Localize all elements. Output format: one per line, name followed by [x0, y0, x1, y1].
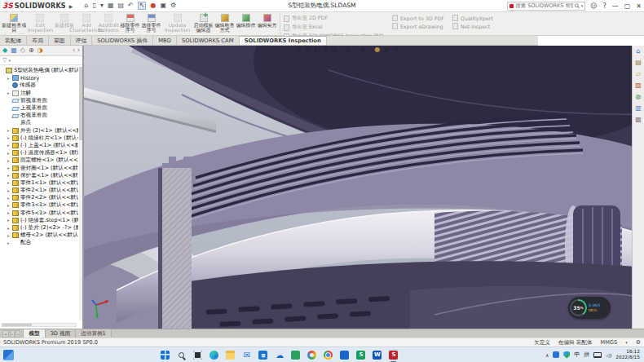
chrome-icon[interactable] — [323, 349, 333, 361]
browser-ring-app-icon[interactable] — [307, 349, 317, 361]
design-library-icon[interactable]: ▤ — [635, 60, 642, 66]
tray-app-icon[interactable] — [553, 351, 559, 358]
tree-item[interactable]: ▸ 外壳 (2)<1> (默认<<默认>_显示状 — [0, 127, 78, 135]
export-item[interactable]: 导出至 Excel — [284, 24, 384, 31]
export-item[interactable]: QualityXpert — [452, 15, 493, 21]
export-item[interactable]: 导出至 2D PDF — [284, 15, 384, 22]
apply-scene-icon[interactable]: ▣ — [383, 46, 390, 53]
print-icon[interactable]: ▤ — [117, 2, 124, 9]
tree-vertical-scrollbar[interactable] — [79, 67, 82, 320]
ribbon-button[interactable]: 编辑检查方式 — [214, 13, 235, 35]
help-button[interactable]: ? — [602, 2, 606, 10]
ribbon-button[interactable]: Add Characteristic — [76, 13, 98, 35]
ribbon-button[interactable]: 编辑操作 — [236, 13, 256, 35]
configurationmanager-tab-icon[interactable]: ◇ — [20, 47, 25, 54]
onedrive-icon[interactable]: ☁ — [274, 349, 285, 361]
dimxpertmanager-tab-icon[interactable]: ⊕ — [29, 47, 34, 54]
status-options-icon[interactable]: ⚙ — [636, 339, 641, 346]
command-tab[interactable]: SOLIDWORKS Inspection — [240, 36, 327, 45]
tree-item[interactable]: 传感器 — [0, 82, 78, 89]
ime-mode-indicator[interactable]: 拼 — [584, 351, 589, 359]
model-3d-section-view[interactable] — [84, 46, 644, 329]
ribbon-button[interactable]: Update Inspection Project — [162, 13, 192, 35]
volume-icon[interactable]: ◁) — [606, 352, 611, 358]
tree-item[interactable]: ▸ History — [0, 74, 78, 82]
save-icon[interactable]: ▦ — [108, 2, 114, 9]
forum-icon[interactable]: ▩ — [635, 117, 642, 123]
solidworks-resources-icon[interactable]: ⌂ — [636, 48, 640, 55]
tree-item[interactable]: ▸ 零件1<1> (默认<<默认>_显示状态 — [0, 179, 78, 187]
tree-item[interactable]: 上视基准面 — [0, 104, 78, 112]
tree-item[interactable]: ▸ (-) 垫片 (2)<2> -?> (默认<<默认> — [0, 224, 78, 232]
task-view-icon[interactable] — [192, 349, 203, 361]
tree-item[interactable]: S型铠装热电偶 (默认<默认_显示状态-1 — [0, 67, 78, 74]
view-orientation-icon[interactable]: ▦ — [331, 46, 337, 53]
export-item[interactable]: Export eDrawing — [392, 23, 444, 29]
green-app-icon[interactable] — [290, 349, 301, 361]
view-palette-icon[interactable]: ▨ — [635, 82, 642, 89]
custom-properties-icon[interactable]: ▥ — [635, 105, 642, 112]
minimize-button[interactable]: — — [612, 2, 619, 10]
select-icon[interactable]: ↖ — [138, 2, 147, 10]
tree-item[interactable]: 前视基准面 — [0, 97, 78, 104]
tree-item[interactable]: 原点 — [0, 119, 78, 126]
command-tab[interactable]: 评估 — [71, 36, 93, 45]
tree-item[interactable]: ▸ 零件5<1> (默认<<默认>_显示状态 — [0, 210, 78, 217]
displaymanager-tab-icon[interactable]: ◑ — [37, 47, 43, 54]
filter-funnel-icon[interactable]: ▽ — [2, 57, 7, 64]
solidworks-taskbar-icon[interactable]: S — [388, 349, 399, 361]
propertymanager-tab-icon[interactable]: ▦ — [11, 47, 17, 54]
search-input[interactable] — [515, 2, 573, 9]
hide-show-items-icon[interactable]: ◉ — [360, 46, 366, 53]
restore-button[interactable]: ▢ — [624, 2, 631, 10]
search-icon[interactable] — [176, 349, 187, 361]
view-tab[interactable]: 模型 — [24, 329, 45, 338]
blue-app-icon[interactable] — [339, 349, 350, 361]
search-icon[interactable]: ⚲ — [572, 2, 581, 11]
tab-scroll-left-icon[interactable]: « — [2, 330, 9, 338]
sign-in-icon[interactable]: ☺ — [590, 2, 597, 10]
tree-item[interactable]: ▸ 密封圈<1> (默认<<默认>_显示状 — [0, 164, 78, 171]
tree-item[interactable]: ▸ (-) 温度传感器<1> (默认<<默认>_ — [0, 149, 78, 157]
word-app-icon[interactable]: W — [372, 349, 382, 361]
performance-overlay-widget[interactable]: 35% 0.3K/S 0K/S — [568, 297, 611, 319]
options-icon[interactable]: ⚙ — [170, 2, 176, 9]
filter-caret-icon[interactable]: ▾ — [8, 58, 11, 63]
annotation-view-icon[interactable]: ◈ — [323, 46, 328, 53]
command-tab[interactable]: 布局 — [27, 36, 49, 45]
appearances-scenes-icon[interactable]: ◍ — [636, 94, 642, 100]
command-tab[interactable]: 草图 — [49, 36, 71, 45]
view-settings-icon[interactable]: ⚙ — [393, 46, 399, 53]
tree-item[interactable]: ▸ 零件3<1> (默认<<默认>_显示状态 — [0, 201, 78, 209]
ribbon-button[interactable]: 移除零件序号 — [120, 13, 140, 35]
tree-item[interactable]: ▸ 零件2<1> (默认<<默认>_显示状态 — [0, 187, 78, 194]
tree-item[interactable]: ▸ 螺母<2> (默认<<默认>_显示状态 — [0, 232, 78, 239]
start-icon[interactable] — [160, 349, 170, 361]
view-tab[interactable]: 运动算例1 — [76, 329, 112, 338]
tab-scroll-next-icon[interactable]: › — [15, 330, 20, 338]
ribbon-button[interactable]: 新建检查项目 (amp;N) — [2, 13, 26, 35]
help-search-box[interactable]: ⚲ ▾ — [507, 2, 585, 11]
tree-filter[interactable]: ▽ ▾ — [0, 56, 82, 65]
tree-horizontal-scrollbar[interactable] — [2, 323, 77, 327]
view-tab[interactable]: 3D 视图 — [46, 329, 77, 338]
tree-item[interactable]: ▸ 零件2<2> (默认<<默认>_显示状态 — [0, 194, 78, 201]
command-tab[interactable]: SOLIDWORKS 插件 — [92, 36, 153, 45]
tree-item[interactable]: ▸ 配合 — [0, 239, 78, 246]
zoom-fit-icon[interactable]: ◎ — [296, 46, 302, 53]
zoom-area-icon[interactable]: ⊞ — [305, 46, 311, 53]
export-item[interactable]: Net-Inspect — [452, 23, 493, 29]
security-shield-icon[interactable] — [563, 351, 570, 359]
tab-scroll-prev-icon[interactable]: ‹ — [10, 330, 15, 338]
tree-item[interactable]: ▸ 保护套<1> (默认<<默认>_显示状 — [0, 172, 78, 179]
tree-item[interactable]: ▸ (-) 绝缘柱片<1> (默认<<默认>_显 — [0, 135, 78, 142]
clock[interactable]: 16:12 2022/8/15 — [615, 349, 640, 360]
display-settings-icon[interactable]: ▣ — [160, 2, 166, 9]
command-tab[interactable]: SOLIDWORKS CAM — [177, 36, 240, 45]
edit-appearance-icon[interactable]: ● — [374, 46, 380, 53]
ribbon-button[interactable]: 选择零件序号 — [141, 13, 161, 35]
undo-icon[interactable]: ↶ — [128, 2, 134, 9]
wps-icon[interactable]: S — [355, 349, 366, 361]
file-explorer-icon[interactable]: ▱ — [636, 71, 641, 77]
ribbon-button[interactable]: 编辑实方 — [257, 13, 277, 35]
